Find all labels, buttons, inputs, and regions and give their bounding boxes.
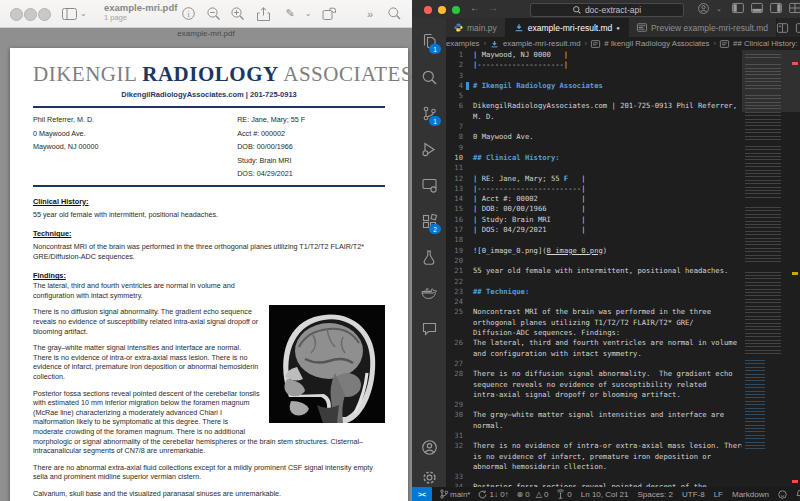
sidebar-toggle-button[interactable]: ⌄	[62, 6, 96, 21]
markdown-image-link[interactable]: 0_image_0.png	[547, 246, 603, 255]
account-menu[interactable]: ⌄	[698, 3, 722, 14]
remote-explorer-icon[interactable]	[412, 170, 446, 200]
editor-line[interactable]: 14| Acct #: 00002 |	[446, 194, 742, 204]
share-button[interactable]	[255, 6, 271, 21]
editor-line[interactable]: 31	[446, 431, 742, 441]
run-debug-icon[interactable]	[412, 134, 446, 164]
editor-line[interactable]: 5	[446, 91, 742, 101]
close-window-button[interactable]	[10, 8, 23, 21]
toolbar-overflow-button[interactable]: »	[362, 6, 378, 21]
editor-line[interactable]: M. D.	[446, 112, 742, 122]
git-branch-status[interactable]: main*	[440, 489, 470, 499]
zoom-out-button[interactable]	[206, 6, 222, 21]
account-icon[interactable]	[412, 432, 446, 462]
overview-ruler-scrollbar[interactable]	[787, 50, 800, 487]
minimize-window-button[interactable]	[24, 8, 37, 21]
breadcrumb-folder[interactable]: examples	[446, 39, 479, 48]
editor-line-heading[interactable]: 23## Technique:	[446, 287, 742, 297]
cursor-position[interactable]: Ln 10, Col 21	[581, 490, 629, 499]
markup-button[interactable]: ✎	[282, 6, 298, 21]
encoding[interactable]: UTF-8	[682, 490, 705, 499]
editor-line[interactable]: 25Noncontrast MRI of the brain was perfo…	[446, 307, 742, 317]
editor-line[interactable]: 2155 year old female with intermittent, …	[446, 266, 742, 276]
comments-icon[interactable]	[412, 314, 446, 344]
editor-line[interactable]: 22	[446, 277, 742, 287]
language-mode[interactable]: Markdown	[732, 490, 769, 499]
editor-line[interactable]: sequence reveals no evidence of suscepti…	[446, 380, 742, 390]
problems-status[interactable]: ⊗0 △0	[517, 490, 549, 499]
breadcrumb-file[interactable]: example-mri-result.md	[503, 39, 581, 48]
indentation[interactable]: Spaces: 2	[637, 490, 673, 499]
editor-line[interactable]: 15| DOB: 00/00/1966 |	[446, 204, 742, 214]
editor-line[interactable]: 12| RE: Jane, Mary; 55 F |	[446, 174, 742, 184]
editor-line[interactable]: 18	[446, 235, 742, 245]
editor-content[interactable]: 1| Maywood, NJ 0000 |2|-----------------…	[446, 50, 742, 487]
editor-line[interactable]: 1| Maywood, NJ 0000 |	[446, 50, 742, 60]
search-icon[interactable]	[412, 62, 446, 92]
close-window-button[interactable]	[424, 6, 432, 14]
editor-line[interactable]: 9	[446, 143, 742, 153]
ports-status[interactable]: 0	[556, 490, 571, 499]
search-button[interactable]	[386, 6, 402, 21]
editor-line[interactable]: and configuration with intact symmetry.	[446, 349, 742, 359]
toggle-panel-icon[interactable]	[751, 3, 763, 13]
zoom-window-button[interactable]	[38, 8, 51, 21]
editor-line[interactable]: 13|------------------------|	[446, 184, 742, 194]
source-control-icon[interactable]: 1	[412, 98, 446, 128]
editor-line[interactable]: 28There is no diffusion signal abnormali…	[446, 369, 742, 379]
command-center-search[interactable]: doc-extract-api	[530, 3, 684, 17]
customize-layout-icon[interactable]	[789, 3, 800, 13]
editor-line[interactable]: 26The lateral, third and fourth ventricl…	[446, 338, 742, 348]
editor-line[interactable]: 33	[446, 472, 742, 482]
editor-line[interactable]: Diffusion-ADC sequences. Findings:	[446, 328, 742, 338]
go-back-button[interactable]: ←	[470, 2, 480, 13]
explorer-icon[interactable]: 1	[412, 26, 446, 56]
editor-line[interactable]: abnormal hemosiderin cllection.	[446, 462, 742, 472]
toggle-secondary-sidebar-icon[interactable]	[770, 3, 782, 13]
minimap[interactable]	[742, 50, 787, 487]
tab-preview-example-mri-result-md[interactable]: Preview example-mri-result.md	[629, 18, 777, 37]
editor-line[interactable]: 2|--------------------|	[446, 60, 742, 70]
editor-line[interactable]: 24	[446, 297, 742, 307]
info-button[interactable]: i	[180, 6, 196, 21]
editor-line[interactable]: is no evidence of infarct, premature iro…	[446, 452, 742, 462]
minimize-window-button[interactable]	[438, 6, 446, 14]
notifications-bell-icon[interactable]	[796, 489, 800, 499]
editor-line[interactable]: 20	[446, 256, 742, 266]
remote-indicator[interactable]: ><	[412, 487, 432, 501]
editor-line[interactable]: 80 Maywood Ave.	[446, 132, 742, 142]
editor-line-heading[interactable]: 4# Ikengil Radiology Associates	[446, 81, 742, 91]
tab-example-mri-result-md[interactable]: example-mri-result.md ●	[506, 18, 629, 37]
zoom-in-button[interactable]	[230, 6, 246, 21]
editor-line[interactable]: 6DikengilRadiologyAssociates.com | 201-7…	[446, 101, 742, 111]
rotate-button[interactable]	[321, 6, 337, 21]
editor-line[interactable]: intra-axial signal dropoff or blooming a…	[446, 390, 742, 400]
editor-line[interactable]: 16| Study: Brain MRI |	[446, 215, 742, 225]
eol-sequence[interactable]: LF	[714, 490, 723, 499]
split-editor-icon[interactable]	[796, 23, 800, 33]
sync-status[interactable]: 1↓ 0↑	[478, 490, 508, 499]
editor-line[interactable]: 32There is no evidence of intra-or extra…	[446, 441, 742, 451]
editor-line[interactable]: orthogonal planes utilizing T1/T2/T2 FLA…	[446, 318, 742, 328]
editor-line[interactable]: normal.	[446, 421, 742, 431]
extensions-icon[interactable]: 2	[412, 206, 446, 236]
editor-line[interactable]: 27	[446, 359, 742, 369]
feedback-smiley-icon[interactable]	[778, 490, 787, 499]
breadcrumb-symbol-h2[interactable]: ## Clinical History:	[733, 39, 798, 48]
minimap-slider[interactable]	[742, 50, 800, 112]
editor-line[interactable]: 11	[446, 163, 742, 173]
markup-chevron[interactable]: ⌄	[300, 6, 316, 21]
breadcrumb-symbol-h1[interactable]: # Ikengil Radiology Associates	[604, 39, 709, 48]
tab-main-py[interactable]: main.py	[446, 18, 506, 37]
editor-line[interactable]: 30The gray–white matter signal intensiti…	[446, 410, 742, 420]
editor-line[interactable]: 7	[446, 122, 742, 132]
docker-icon[interactable]	[412, 278, 446, 308]
editor-line-heading[interactable]: 10## Clinical History:	[446, 153, 742, 163]
editor-line[interactable]: 17| DOS: 04/29/2021 |	[446, 225, 742, 235]
editor-line[interactable]: 29	[446, 400, 742, 410]
toggle-sidebar-icon[interactable]	[732, 3, 744, 13]
editor-line[interactable]: 19![0_image_0.png](0_image_0.png)	[446, 246, 742, 256]
testing-icon[interactable]	[412, 242, 446, 272]
go-forward-button[interactable]: →	[488, 2, 498, 13]
editor-line[interactable]: 3	[446, 71, 742, 81]
